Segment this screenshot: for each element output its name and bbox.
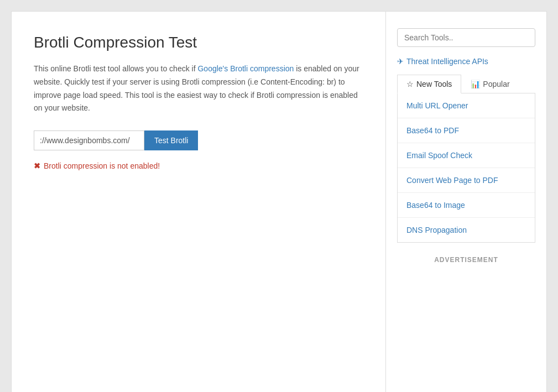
tool-item-email-spoof[interactable]: Email Spoof Check — [398, 143, 535, 168]
google-brotli-link[interactable]: Google's Brotli compression — [197, 64, 294, 73]
tool-item-convert-web[interactable]: Convert Web Page to PDF — [398, 168, 535, 193]
tab-popular[interactable]: 📊 Popular — [461, 75, 519, 93]
advertisement-label: ADVERTISEMENT — [397, 256, 535, 264]
test-brotli-button[interactable]: Test Brotli — [144, 130, 198, 150]
description: This online Brotli test tool allows you … — [34, 62, 363, 115]
tools-list: Multi URL Opener Base64 to PDF Email Spo… — [397, 93, 535, 243]
bar-chart-icon: 📊 — [471, 80, 480, 88]
test-input-row: Test Brotli — [34, 130, 363, 150]
right-panel: ✈ Threat Intelligence APIs ☆ New Tools 📊… — [386, 12, 546, 392]
error-message: ✖ Brotli compression is not enabled! — [34, 161, 363, 170]
threat-intelligence-link[interactable]: ✈ Threat Intelligence APIs — [397, 57, 535, 66]
main-container: Brotli Compression Test This online Brot… — [11, 11, 547, 392]
url-input[interactable] — [34, 130, 144, 150]
star-icon: ☆ — [406, 80, 414, 88]
new-tools-label: New Tools — [416, 80, 452, 88]
tab-new-tools[interactable]: ☆ New Tools — [397, 75, 461, 93]
popular-label: Popular — [483, 80, 509, 88]
error-text: Brotli compression is not enabled! — [44, 161, 160, 170]
error-icon: ✖ — [34, 161, 40, 170]
tool-item-base64-pdf[interactable]: Base64 to PDF — [398, 118, 535, 143]
tools-tabs: ☆ New Tools 📊 Popular — [397, 75, 535, 93]
search-input[interactable] — [397, 28, 535, 47]
share-icon: ✈ — [397, 57, 404, 66]
threat-link-label: Threat Intelligence APIs — [406, 57, 488, 66]
tool-item-multi-url[interactable]: Multi URL Opener — [398, 93, 535, 118]
left-panel: Brotli Compression Test This online Brot… — [12, 12, 386, 392]
tool-item-dns[interactable]: DNS Propagation — [398, 218, 535, 242]
page-title: Brotli Compression Test — [34, 34, 363, 51]
tool-item-base64-image[interactable]: Base64 to Image — [398, 193, 535, 218]
